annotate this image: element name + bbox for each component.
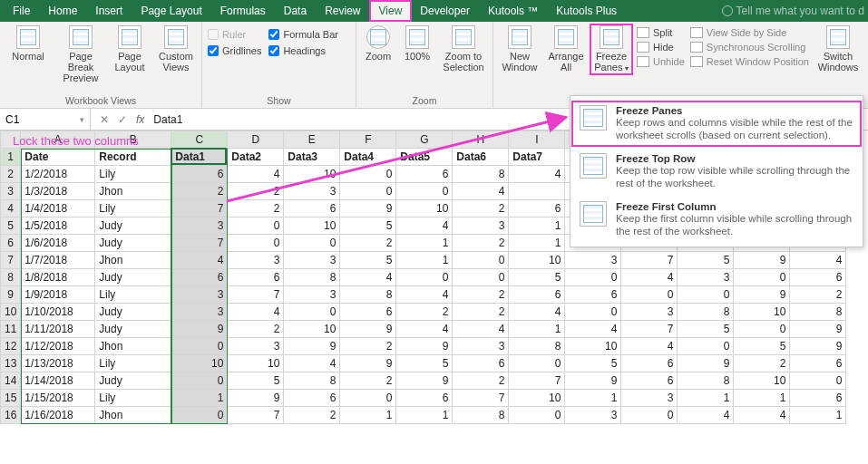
col-header-G[interactable]: G	[396, 131, 453, 149]
cell-C8[interactable]: 6	[171, 269, 228, 286]
tab-view[interactable]: View	[370, 1, 412, 21]
cell-D4[interactable]: 2	[228, 200, 284, 218]
cell-E5[interactable]: 10	[284, 218, 340, 235]
cell-L13[interactable]: 9	[678, 355, 734, 372]
cell-C9[interactable]: 3	[171, 286, 228, 304]
cell-L9[interactable]: 0	[678, 286, 734, 304]
cell-G4[interactable]: 10	[396, 200, 453, 218]
cell-M7[interactable]: 9	[734, 252, 790, 269]
cell-G10[interactable]: 2	[396, 304, 453, 321]
cell-G8[interactable]: 0	[396, 269, 453, 286]
cell-G6[interactable]: 1	[396, 235, 453, 252]
cell-F15[interactable]: 0	[340, 390, 396, 407]
cell-A14[interactable]: 1/14/2018	[21, 372, 95, 390]
cell-D10[interactable]: 4	[228, 304, 284, 321]
cell-C3[interactable]: 2	[171, 183, 228, 200]
cell-E13[interactable]: 4	[284, 355, 340, 372]
cell-B5[interactable]: Judy	[95, 218, 171, 235]
name-box[interactable]: C1▾	[0, 109, 91, 130]
cell-H13[interactable]: 6	[453, 355, 509, 372]
cell-J13[interactable]: 5	[565, 355, 621, 372]
cell-A6[interactable]: 1/6/2018	[21, 235, 95, 252]
cell-N14[interactable]: 0	[790, 372, 846, 390]
cell-K14[interactable]: 6	[621, 372, 678, 390]
cell-A15[interactable]: 1/15/2018	[21, 390, 95, 407]
cell-H15[interactable]: 7	[453, 390, 509, 407]
row-header-7[interactable]: 7	[1, 252, 21, 269]
cell-C13[interactable]: 10	[171, 355, 228, 372]
cell-K12[interactable]: 4	[621, 338, 678, 355]
col-header-E[interactable]: E	[284, 131, 340, 149]
cell-I16[interactable]: 0	[509, 407, 565, 424]
row-header-8[interactable]: 8	[1, 269, 21, 286]
tab-kutools-plus[interactable]: Kutools Plus	[547, 1, 626, 21]
col-header-F[interactable]: F	[340, 131, 396, 149]
formula-value[interactable]: Data1	[153, 113, 182, 126]
formula-bar-checkbox[interactable]: Formula Bar	[268, 29, 338, 40]
cell-D9[interactable]: 7	[228, 286, 284, 304]
row-header-5[interactable]: 5	[1, 218, 21, 235]
cell-C1[interactable]: Data1	[171, 149, 228, 166]
cell-D11[interactable]: 2	[228, 321, 284, 338]
cell-K7[interactable]: 7	[621, 252, 678, 269]
cell-A7[interactable]: 1/7/2018	[21, 252, 95, 269]
cell-N13[interactable]: 6	[790, 355, 846, 372]
page-break-button[interactable]: Page Break Preview	[58, 25, 103, 83]
cell-F3[interactable]: 0	[340, 183, 396, 200]
cell-F14[interactable]: 2	[340, 372, 396, 390]
row-header-3[interactable]: 3	[1, 183, 21, 200]
cell-I6[interactable]: 1	[509, 235, 565, 252]
cell-B11[interactable]: Judy	[95, 321, 171, 338]
cell-K8[interactable]: 4	[621, 269, 678, 286]
tab-developer[interactable]: Developer	[411, 1, 479, 21]
new-window-button[interactable]: New Window	[499, 25, 541, 72]
cell-F2[interactable]: 0	[340, 166, 396, 183]
cell-I8[interactable]: 5	[509, 269, 565, 286]
cell-J9[interactable]: 6	[565, 286, 621, 304]
tab-file[interactable]: File	[4, 1, 39, 21]
cell-D6[interactable]: 0	[228, 235, 284, 252]
cell-A8[interactable]: 1/8/2018	[21, 269, 95, 286]
cell-N10[interactable]: 8	[790, 304, 846, 321]
gridlines-checkbox[interactable]: Gridlines	[208, 45, 261, 56]
cell-B15[interactable]: Lily	[95, 390, 171, 407]
cell-L8[interactable]: 3	[678, 269, 734, 286]
row-header-9[interactable]: 9	[1, 286, 21, 304]
cell-G3[interactable]: 0	[396, 183, 453, 200]
tab-data[interactable]: Data	[275, 1, 316, 21]
cell-E1[interactable]: Data3	[284, 149, 340, 166]
col-header-D[interactable]: D	[228, 131, 284, 149]
cell-C4[interactable]: 7	[171, 200, 228, 218]
cell-B7[interactable]: Jhon	[95, 252, 171, 269]
row-header-14[interactable]: 14	[1, 372, 21, 390]
cell-I3[interactable]	[509, 183, 565, 200]
freeze-top-row-item[interactable]: Freeze Top RowKeep the top row visible w…	[571, 148, 863, 196]
page-layout-button[interactable]: Page Layout	[111, 25, 149, 72]
arrange-all-button[interactable]: Arrange All	[546, 25, 586, 72]
cell-M10[interactable]: 10	[734, 304, 790, 321]
cell-B2[interactable]: Lily	[95, 166, 171, 183]
headings-checkbox[interactable]: Headings	[268, 45, 338, 56]
tab-kutools[interactable]: Kutools ™	[479, 1, 547, 21]
row-header-13[interactable]: 13	[1, 355, 21, 372]
cell-E15[interactable]: 6	[284, 390, 340, 407]
cell-C12[interactable]: 0	[171, 338, 228, 355]
cell-E6[interactable]: 0	[284, 235, 340, 252]
cell-H2[interactable]: 8	[453, 166, 509, 183]
cell-A3[interactable]: 1/3/2018	[21, 183, 95, 200]
cell-G5[interactable]: 4	[396, 218, 453, 235]
tab-formulas[interactable]: Formulas	[211, 1, 275, 21]
cell-K11[interactable]: 7	[621, 321, 678, 338]
cell-J15[interactable]: 1	[565, 390, 621, 407]
cell-J14[interactable]: 9	[565, 372, 621, 390]
cell-M11[interactable]: 0	[734, 321, 790, 338]
cell-C14[interactable]: 0	[171, 372, 228, 390]
cell-G16[interactable]: 1	[396, 407, 453, 424]
cell-D3[interactable]: 2	[228, 183, 284, 200]
cell-G12[interactable]: 9	[396, 338, 453, 355]
cell-J16[interactable]: 3	[565, 407, 621, 424]
cell-B3[interactable]: Jhon	[95, 183, 171, 200]
normal-button[interactable]: Normal	[5, 25, 51, 62]
cell-C7[interactable]: 4	[171, 252, 228, 269]
cell-N12[interactable]: 9	[790, 338, 846, 355]
